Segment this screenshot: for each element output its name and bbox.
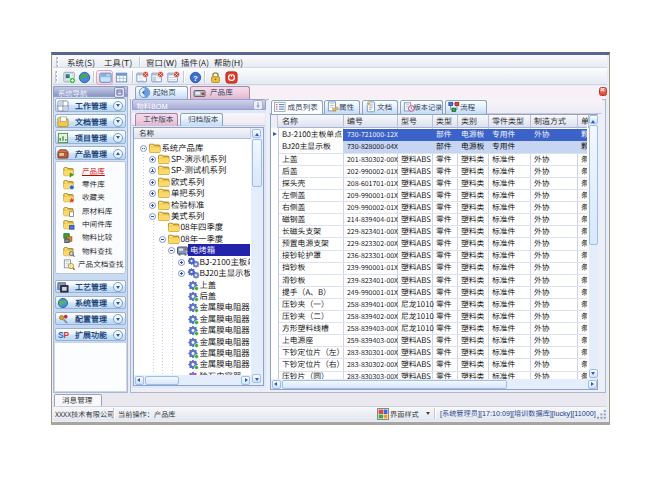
svg-text:?: ? [193, 74, 198, 83]
svg-text:P: P [63, 331, 69, 340]
